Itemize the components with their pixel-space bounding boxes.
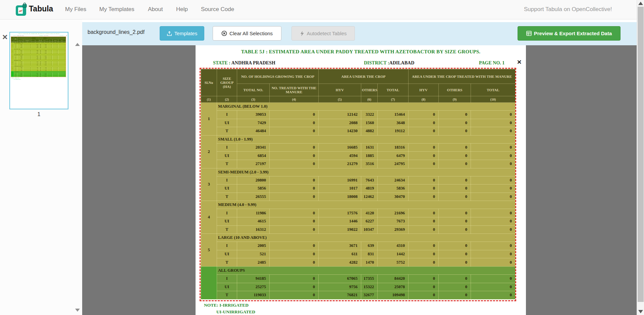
nav-link-help[interactable]: Help [176,6,188,13]
thumbnail-page-render: TABLE 5J : ESTIMATED AREA UNDER PADDY TR… [10,33,68,109]
autodetect-tables-button[interactable]: Autodetect Tables [291,26,355,41]
scrollbar-up-icon[interactable] [638,2,643,5]
remove-selection-icon[interactable]: ✕ [517,59,522,65]
district-text: DISTRICT :ADILABAD [364,60,414,66]
page-no-text: PAGE NO. 1 [479,60,504,66]
window-scrollbar[interactable] [637,0,644,315]
preview-export-button[interactable]: Preview & Export Extracted Data [518,26,621,41]
remove-page-icon[interactable]: ✕ [2,34,8,41]
template-save-icon [167,31,172,36]
thumbnail-page-number: 1 [9,111,68,117]
circle-x-icon [221,31,227,36]
preview-export-label: Preview & Export Extracted Data [534,31,612,36]
thumbnail-scaler: TABLE 5J : ESTIMATED AREA UNDER PADDY TR… [10,33,68,109]
navbar: Tabula My Files My Templates About Help … [0,0,637,19]
nav-link-about[interactable]: About [148,6,163,13]
pdf-filename: background_lines_2.pdf [88,29,145,35]
support-link[interactable]: Support Tabula on OpenCollective! [524,6,612,13]
clear-all-selections-label: Clear All Selections [229,31,273,36]
templates-button[interactable]: Templates [160,26,204,41]
pdf-table-title: TABLE 5J : ESTIMATED AREA UNDER PADDY TR… [10,33,68,34]
pdf-table-title: TABLE 5J : ESTIMATED AREA UNDER PADDY TR… [196,49,526,55]
autodetect-tables-label: Autodetect Tables [307,31,347,36]
pdf-viewer-area: TABLE 5J : ESTIMATED AREA UNDER PADDY TR… [82,45,637,315]
district-text: DISTRICT :ADILABAD [40,35,48,36]
note-line-2: UI-UNIRRIGATED [14,78,20,80]
note-line-2: UI-UNIRRIGATED [216,309,255,315]
scrollbar-down-icon[interactable] [638,310,643,313]
page-no-text: PAGE NO. 1 [60,35,64,36]
state-text: STATE : ANDHRA PRADESH [213,60,275,66]
note-line-1: NOTE: I-IRRIGATED [204,303,249,308]
selection-box [11,37,66,77]
clear-all-selections-button[interactable]: Clear All Selections [213,26,281,41]
selection-box[interactable] [200,68,516,301]
sidebar-scroll-up-icon[interactable] [75,43,80,46]
tabula-logo-icon[interactable] [15,3,28,17]
scrollbar-thumb[interactable] [638,7,644,302]
sidebar-scroll-down-icon[interactable] [75,309,80,312]
page-thumbnail-sidebar: ✕ TABLE 5J : ESTIMATED AREA UNDER PADDY … [0,19,82,315]
state-text: STATE : ANDHRA PRADESH [13,35,24,36]
nav-link-source-code[interactable]: Source Code [201,6,234,13]
toolbar: background_lines_2.pdf Templates Clear A… [82,19,637,45]
nav-link-my-files[interactable]: My Files [65,6,86,13]
remove-selection-icon: ✕ [66,35,67,36]
brand-name[interactable]: Tabula [29,4,53,13]
note-line-1: NOTE: I-IRRIGATED [11,77,19,78]
templates-button-label: Templates [174,31,197,36]
page-thumbnail[interactable]: TABLE 5J : ESTIMATED AREA UNDER PADDY TR… [9,32,68,109]
table-icon [526,31,532,36]
lightning-icon [300,31,305,36]
pdf-page: TABLE 5J : ESTIMATED AREA UNDER PADDY TR… [196,45,526,315]
nav-link-my-templates[interactable]: My Templates [99,6,135,13]
